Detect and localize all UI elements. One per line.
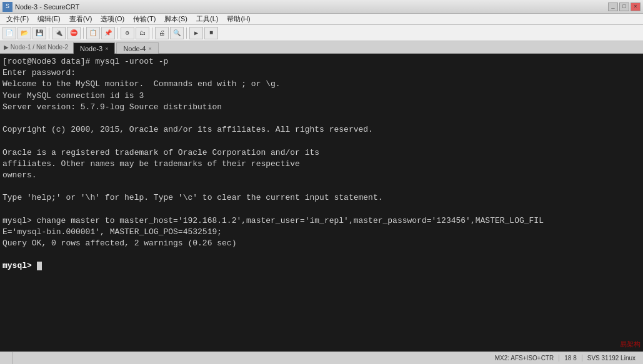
- toolbar-sep1: [49, 27, 49, 39]
- status-right: MX2: AFS+ISO+CTR 18 8 SVS 31192 Linux: [490, 355, 641, 362]
- tab-row: ▶ Node-1 / Net Node-2 Node-3 × Node-4 ×: [0, 41, 643, 54]
- toolbar-sep3: [117, 27, 118, 39]
- toolbar-open[interactable]: 📂: [17, 27, 31, 39]
- toolbar-save[interactable]: 💾: [32, 27, 46, 39]
- minimize-button[interactable]: _: [608, 2, 618, 11]
- menu-tools[interactable]: 工具(L): [192, 14, 222, 24]
- maximize-button[interactable]: □: [619, 2, 629, 11]
- window-title: Node-3 - SecureCRT: [15, 3, 79, 11]
- session-list: ▶ Node-1 / Net Node-2: [0, 41, 72, 52]
- toolbar-disconnect[interactable]: ⛔: [67, 27, 81, 39]
- menu-transfer[interactable]: 传输(T): [129, 14, 159, 24]
- menu-help[interactable]: 帮助(H): [223, 14, 254, 24]
- tab-node3-label: Node-3: [80, 45, 102, 52]
- toolbar-extra2[interactable]: ■: [204, 27, 218, 39]
- app-icon: S: [2, 2, 12, 12]
- menu-script[interactable]: 脚本(S): [161, 14, 191, 24]
- status-text-4: SVS 31192 Linux: [587, 355, 636, 362]
- menu-view[interactable]: 查看(V): [66, 14, 96, 24]
- toolbar-new[interactable]: 📄: [2, 27, 16, 39]
- toolbar-sftp[interactable]: 🗂: [136, 27, 149, 39]
- status-text-2: MX2: AFS+ISO+CTR: [495, 355, 554, 362]
- close-button[interactable]: ×: [631, 2, 641, 11]
- toolbar-print[interactable]: 🖨: [155, 27, 169, 39]
- status-section-4: SVS 31192 Linux: [582, 355, 641, 362]
- tab-node4-close[interactable]: ×: [148, 46, 151, 52]
- tab-node3[interactable]: Node-3 ×: [73, 42, 115, 54]
- toolbar-find[interactable]: 🔍: [170, 27, 184, 39]
- toolbar-settings[interactable]: ⚙: [121, 27, 134, 39]
- status-text-3: 18 8: [564, 355, 576, 362]
- toolbar-sep2: [83, 27, 84, 39]
- menu-bar: 文件(F) 编辑(E) 查看(V) 选项(O) 传输(T) 脚本(S) 工具(L…: [0, 14, 643, 25]
- toolbar-copy[interactable]: 📋: [86, 27, 100, 39]
- menu-edit[interactable]: 编辑(E): [34, 14, 64, 24]
- toolbar-connect[interactable]: 🔌: [52, 27, 66, 39]
- tab-node4-label: Node-4: [123, 45, 146, 52]
- toolbar-sep4: [152, 27, 152, 39]
- toolbar-sep5: [186, 27, 187, 39]
- watermark: 易架构: [620, 340, 641, 349]
- menu-file[interactable]: 文件(F): [2, 14, 32, 24]
- status-section-2: MX2: AFS+ISO+CTR: [490, 355, 559, 362]
- toolbar-extra1[interactable]: ▶: [189, 27, 203, 39]
- status-bar: MX2: AFS+ISO+CTR 18 8 SVS 31192 Linux: [0, 352, 643, 364]
- tab-node3-close[interactable]: ×: [105, 46, 108, 52]
- status-section-3: 18 8: [559, 355, 582, 362]
- session-list-label: ▶ Node-1 / Net Node-2: [4, 44, 68, 51]
- tab-bar: Node-3 × Node-4 ×: [72, 41, 643, 54]
- title-bar: S Node-3 - SecureCRT _ □ ×: [0, 0, 643, 14]
- window-controls: _ □ ×: [608, 2, 641, 11]
- terminal[interactable]: [root@Node3 data]# mysql -uroot -p Enter…: [0, 54, 643, 352]
- toolbar: 📄 📂 💾 🔌 ⛔ 📋 📌 ⚙ 🗂 🖨 🔍 ▶ ■: [0, 25, 643, 41]
- tab-node4[interactable]: Node-4 ×: [116, 42, 158, 54]
- menu-options[interactable]: 选项(O): [97, 14, 128, 24]
- status-section-1: [2, 352, 13, 364]
- toolbar-paste[interactable]: 📌: [101, 27, 115, 39]
